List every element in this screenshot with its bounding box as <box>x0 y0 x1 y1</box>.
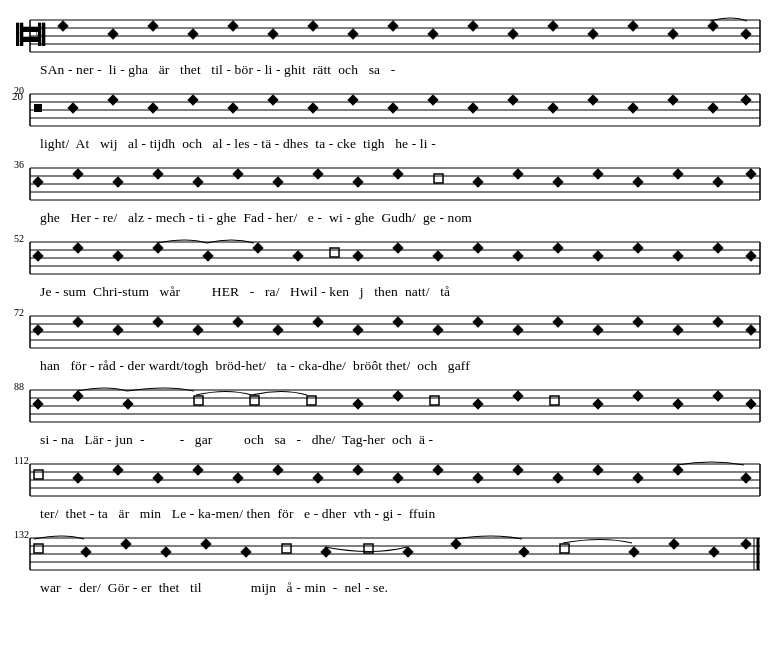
svg-rect-149 <box>632 390 643 401</box>
svg-rect-140 <box>250 396 259 405</box>
svg-rect-197 <box>518 546 529 557</box>
svg-rect-144 <box>430 396 439 405</box>
svg-rect-70 <box>512 168 523 179</box>
svg-rect-86 <box>112 250 123 261</box>
svg-rect-143 <box>392 390 403 401</box>
svg-rect-139 <box>194 396 203 405</box>
svg-rect-76 <box>745 168 756 179</box>
svg-rect-115 <box>232 316 243 327</box>
svg-rect-93 <box>392 242 403 253</box>
svg-rect-123 <box>552 316 563 327</box>
staff-svg-6: 88 <box>12 378 762 430</box>
staff-svg-4: 52 <box>12 230 762 282</box>
svg-rect-169 <box>392 472 403 483</box>
svg-rect-191 <box>240 546 251 557</box>
svg-rect-174 <box>592 464 603 475</box>
svg-rect-152 <box>745 398 756 409</box>
svg-rect-172 <box>512 464 523 475</box>
svg-rect-12 <box>267 28 278 39</box>
lyric-text-5: han för - råd - der wardt/togh bröd-het/… <box>40 358 470 374</box>
svg-rect-199 <box>628 546 639 557</box>
svg-rect-74 <box>672 168 683 179</box>
svg-rect-36 <box>187 94 198 105</box>
lyrics-7: ter/ thet - ta är min Le - ka-men/ then … <box>12 504 763 526</box>
svg-rect-14 <box>347 28 358 39</box>
system-5: 72 <box>12 304 763 378</box>
score-container: 𝇡 𝇋 <box>0 0 775 608</box>
lyric-text-4: Je - sum Chri-stum wår HER - ra/ Hwil - … <box>40 284 450 300</box>
svg-rect-73 <box>632 176 643 187</box>
svg-rect-119 <box>392 316 403 327</box>
svg-rect-136 <box>32 398 43 409</box>
line-num-7: 112 <box>14 455 29 466</box>
svg-rect-198 <box>560 544 569 553</box>
svg-rect-85 <box>72 242 83 253</box>
staff-area-7: 112 <box>12 452 763 504</box>
svg-rect-72 <box>592 168 603 179</box>
svg-rect-162 <box>112 464 123 475</box>
svg-rect-61 <box>152 168 163 179</box>
svg-rect-66 <box>352 176 363 187</box>
svg-rect-189 <box>160 546 171 557</box>
svg-rect-9 <box>147 20 158 31</box>
lyric-text-3: ghe Her - re/ alz - mech - ti - ghe Fad … <box>40 210 472 226</box>
svg-rect-11 <box>227 20 238 31</box>
svg-rect-22 <box>667 28 678 39</box>
svg-rect-128 <box>745 324 756 335</box>
svg-rect-87 <box>152 242 163 253</box>
svg-rect-42 <box>427 94 438 105</box>
svg-rect-39 <box>307 102 318 113</box>
svg-rect-17 <box>467 20 478 31</box>
svg-rect-150 <box>672 398 683 409</box>
system-4: 52 <box>12 230 763 304</box>
svg-rect-187 <box>80 546 91 557</box>
svg-rect-151 <box>712 390 723 401</box>
system-7: 112 <box>12 452 763 526</box>
svg-rect-20 <box>587 28 598 39</box>
lyrics-4: Je - sum Chri-stum wår HER - ra/ Hwil - … <box>12 282 763 304</box>
svg-rect-121 <box>472 316 483 327</box>
staff-area-2: 20 <box>12 82 763 134</box>
svg-rect-7 <box>57 20 68 31</box>
svg-rect-173 <box>552 472 563 483</box>
svg-rect-142 <box>352 398 363 409</box>
svg-rect-196 <box>450 538 461 549</box>
svg-rect-49 <box>707 102 718 113</box>
staff-area-3: 36 <box>12 156 763 208</box>
lyrics-2: light/ At wij al - tijdh och al - les - … <box>12 134 763 156</box>
svg-rect-67 <box>392 168 403 179</box>
svg-rect-100 <box>672 250 683 261</box>
svg-rect-64 <box>272 176 283 187</box>
staff-area-4: 52 <box>12 230 763 282</box>
svg-rect-60 <box>112 176 123 187</box>
svg-rect-190 <box>200 538 211 549</box>
svg-rect-165 <box>232 472 243 483</box>
svg-rect-75 <box>712 176 723 187</box>
svg-rect-122 <box>512 324 523 335</box>
svg-rect-127 <box>712 316 723 327</box>
svg-rect-71 <box>552 176 563 187</box>
line-num-5: 72 <box>14 307 24 318</box>
svg-rect-43 <box>467 102 478 113</box>
svg-rect-188 <box>120 538 131 549</box>
svg-rect-10 <box>187 28 198 39</box>
svg-rect-97 <box>552 242 563 253</box>
svg-rect-192 <box>282 544 291 553</box>
svg-rect-113 <box>152 316 163 327</box>
svg-rect-176 <box>672 464 683 475</box>
svg-rect-47 <box>627 102 638 113</box>
svg-rect-89 <box>252 242 263 253</box>
svg-rect-40 <box>347 94 358 105</box>
staff-svg-2: 20 <box>12 82 762 134</box>
staff-area-8: 132 <box>12 526 763 578</box>
svg-rect-21 <box>627 20 638 31</box>
svg-rect-8 <box>107 28 118 39</box>
staff-svg-5: 72 <box>12 304 762 356</box>
svg-rect-171 <box>472 472 483 483</box>
staff-svg-8: 132 <box>12 526 762 578</box>
svg-rect-148 <box>592 398 603 409</box>
lyric-text-6: si - na Lär - jun - - gar och sa - dhe/ … <box>40 432 433 448</box>
svg-rect-38 <box>267 94 278 105</box>
svg-rect-35 <box>147 102 158 113</box>
lyric-text-1: SAn - ner - li - gha är thet til - bör -… <box>40 62 395 78</box>
